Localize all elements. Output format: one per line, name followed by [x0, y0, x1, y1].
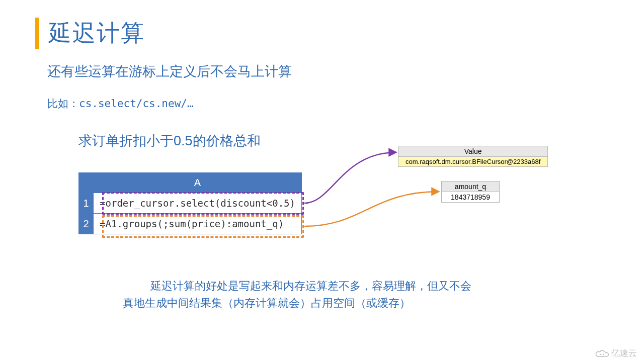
result-value: com.raqsoft.dm.cursor.BFileCursor@2233a6… — [398, 157, 548, 167]
svg-point-1 — [603, 353, 604, 354]
cloud-icon — [595, 349, 609, 358]
table-header-a: A — [94, 173, 302, 193]
footer-line2: 真地生成中间结果集（内存计算就会）占用空间（或缓存） — [123, 297, 411, 309]
code-table: A 1 =order_cursor.select(discount<0.5) 2… — [78, 172, 302, 234]
title-accent-bar — [35, 18, 39, 49]
title-block: 延迟计算 — [35, 18, 145, 49]
row-number: 2 — [79, 214, 94, 234]
watermark: 亿速云 — [595, 347, 637, 359]
cell-a2: =A1.groups(;sum(price):amount_q) — [94, 214, 302, 234]
example-prefix: 比如： — [47, 98, 79, 109]
example-line: 比如：cs.select/cs.new/… — [47, 97, 194, 111]
result-header: Value — [398, 146, 548, 157]
arrow-purple — [304, 152, 396, 203]
result-header: amount_q — [442, 182, 500, 192]
table-row: 2 =A1.groups(;sum(price):amount_q) — [79, 214, 302, 234]
row-number: 1 — [79, 193, 94, 214]
svg-point-0 — [600, 353, 601, 354]
footer-text: 延迟计算的好处是写起来和内存运算差不多，容易理解，但又不会 真地生成中间结果集（… — [123, 278, 515, 312]
page-title: 延迟计算 — [48, 18, 145, 49]
section-subtitle: 求订单折扣小于0.5的价格总和 — [78, 132, 261, 150]
table-row: 1 =order_cursor.select(discount<0.5) — [79, 193, 302, 214]
watermark-text: 亿速云 — [611, 347, 637, 359]
result-value: 1843718959 — [442, 192, 500, 203]
table-corner — [79, 173, 94, 193]
result-box-cursor: Value com.raqsoft.dm.cursor.BFileCursor@… — [398, 146, 548, 167]
example-code: cs.select/cs.new/… — [79, 98, 194, 110]
cell-a1: =order_cursor.select(discount<0.5) — [94, 193, 302, 214]
arrow-orange — [304, 192, 439, 226]
subtitle: 还有些运算在游标上定义后不会马上计算 — [47, 62, 292, 80]
footer-line1: 延迟计算的好处是写起来和内存运算差不多，容易理解，但又不会 — [123, 278, 515, 295]
result-box-amount: amount_q 1843718959 — [441, 181, 500, 203]
